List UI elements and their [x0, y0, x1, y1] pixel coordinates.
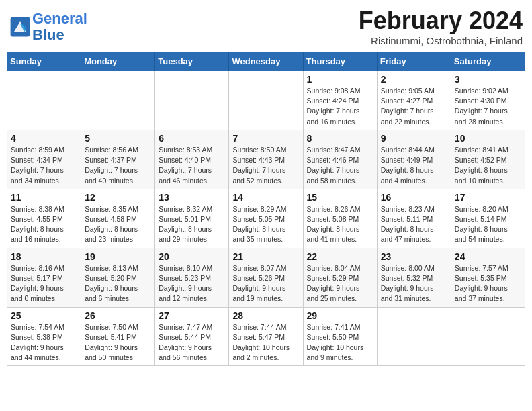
day-info: Sunrise: 8:16 AM Sunset: 5:17 PM Dayligh…	[11, 263, 77, 304]
logo-line1: General	[32, 10, 87, 27]
day-number: 3	[455, 74, 521, 85]
day-number: 21	[232, 251, 299, 262]
day-info: Sunrise: 7:44 AM Sunset: 5:47 PM Dayligh…	[232, 322, 299, 363]
day-number: 13	[159, 192, 225, 203]
day-info: Sunrise: 9:05 AM Sunset: 4:27 PM Dayligh…	[381, 86, 447, 127]
location-subtitle: Ristinummi, Ostrobothnia, Finland	[359, 35, 523, 46]
day-of-week-thursday: Thursday	[303, 52, 377, 71]
day-info: Sunrise: 8:41 AM Sunset: 4:52 PM Dayligh…	[455, 145, 521, 186]
header: General Blue February 2024 Ristinummi, O…	[7, 7, 525, 46]
day-number: 18	[11, 251, 77, 262]
day-number: 1	[307, 74, 373, 85]
day-info: Sunrise: 9:02 AM Sunset: 4:30 PM Dayligh…	[455, 86, 521, 127]
calendar-cell: 12Sunrise: 8:35 AM Sunset: 4:58 PM Dayli…	[81, 189, 155, 248]
calendar-week-5: 25Sunrise: 7:54 AM Sunset: 5:38 PM Dayli…	[7, 307, 525, 366]
calendar-cell: 6Sunrise: 8:53 AM Sunset: 4:40 PM Daylig…	[155, 130, 229, 189]
day-info: Sunrise: 8:47 AM Sunset: 4:46 PM Dayligh…	[307, 145, 373, 186]
calendar-cell: 14Sunrise: 8:29 AM Sunset: 5:05 PM Dayli…	[229, 189, 303, 248]
day-info: Sunrise: 8:50 AM Sunset: 4:43 PM Dayligh…	[232, 145, 299, 186]
day-number: 6	[159, 133, 225, 144]
logo: General Blue	[9, 11, 87, 43]
day-number: 12	[85, 192, 151, 203]
calendar-cell: 2Sunrise: 9:05 AM Sunset: 4:27 PM Daylig…	[377, 71, 451, 130]
day-info: Sunrise: 9:08 AM Sunset: 4:24 PM Dayligh…	[307, 86, 373, 127]
calendar-cell: 8Sunrise: 8:47 AM Sunset: 4:46 PM Daylig…	[303, 130, 377, 189]
day-number: 2	[381, 74, 447, 85]
day-info: Sunrise: 7:57 AM Sunset: 5:35 PM Dayligh…	[455, 263, 521, 304]
calendar-cell: 21Sunrise: 8:07 AM Sunset: 5:26 PM Dayli…	[229, 248, 303, 307]
day-number: 4	[11, 133, 77, 144]
day-number: 19	[85, 251, 151, 262]
day-info: Sunrise: 8:23 AM Sunset: 5:11 PM Dayligh…	[381, 204, 447, 245]
day-number: 11	[11, 192, 77, 203]
day-info: Sunrise: 8:44 AM Sunset: 4:49 PM Dayligh…	[381, 145, 447, 186]
month-title: February 2024	[359, 7, 523, 35]
day-info: Sunrise: 8:38 AM Sunset: 4:55 PM Dayligh…	[11, 204, 77, 245]
day-info: Sunrise: 8:59 AM Sunset: 4:34 PM Dayligh…	[11, 145, 77, 186]
day-info: Sunrise: 7:54 AM Sunset: 5:38 PM Dayligh…	[11, 322, 77, 363]
day-number: 20	[159, 251, 225, 262]
calendar-cell: 26Sunrise: 7:50 AM Sunset: 5:41 PM Dayli…	[81, 307, 155, 366]
day-of-week-monday: Monday	[81, 52, 155, 71]
calendar-cell: 9Sunrise: 8:44 AM Sunset: 4:49 PM Daylig…	[377, 130, 451, 189]
day-info: Sunrise: 8:13 AM Sunset: 5:20 PM Dayligh…	[85, 263, 151, 304]
calendar-cell: 18Sunrise: 8:16 AM Sunset: 5:17 PM Dayli…	[7, 248, 81, 307]
day-info: Sunrise: 8:26 AM Sunset: 5:08 PM Dayligh…	[307, 204, 373, 245]
day-info: Sunrise: 8:53 AM Sunset: 4:40 PM Dayligh…	[159, 145, 225, 186]
day-info: Sunrise: 8:32 AM Sunset: 5:01 PM Dayligh…	[159, 204, 225, 245]
day-info: Sunrise: 8:20 AM Sunset: 5:14 PM Dayligh…	[455, 204, 521, 245]
calendar-week-2: 4Sunrise: 8:59 AM Sunset: 4:34 PM Daylig…	[7, 130, 525, 189]
day-number: 25	[11, 310, 77, 321]
day-number: 17	[455, 192, 521, 203]
calendar-cell: 22Sunrise: 8:04 AM Sunset: 5:29 PM Dayli…	[303, 248, 377, 307]
calendar-header-row: SundayMondayTuesdayWednesdayThursdayFrid…	[7, 52, 525, 71]
logo-line2: Blue	[32, 26, 64, 43]
day-number: 5	[85, 133, 151, 144]
calendar-cell: 16Sunrise: 8:23 AM Sunset: 5:11 PM Dayli…	[377, 189, 451, 248]
day-number: 7	[232, 133, 299, 144]
day-number: 16	[381, 192, 447, 203]
calendar-cell: 3Sunrise: 9:02 AM Sunset: 4:30 PM Daylig…	[451, 71, 525, 130]
calendar-cell: 7Sunrise: 8:50 AM Sunset: 4:43 PM Daylig…	[229, 130, 303, 189]
calendar-cell: 19Sunrise: 8:13 AM Sunset: 5:20 PM Dayli…	[81, 248, 155, 307]
day-info: Sunrise: 7:41 AM Sunset: 5:50 PM Dayligh…	[307, 322, 373, 363]
day-info: Sunrise: 8:29 AM Sunset: 5:05 PM Dayligh…	[232, 204, 299, 245]
day-number: 10	[455, 133, 521, 144]
day-info: Sunrise: 8:10 AM Sunset: 5:23 PM Dayligh…	[159, 263, 225, 304]
calendar-cell: 15Sunrise: 8:26 AM Sunset: 5:08 PM Dayli…	[303, 189, 377, 248]
calendar-cell: 25Sunrise: 7:54 AM Sunset: 5:38 PM Dayli…	[7, 307, 81, 366]
day-number: 22	[307, 251, 373, 262]
calendar-week-4: 18Sunrise: 8:16 AM Sunset: 5:17 PM Dayli…	[7, 248, 525, 307]
calendar-cell	[377, 307, 451, 366]
day-of-week-sunday: Sunday	[7, 52, 81, 71]
logo-text: General Blue	[32, 11, 87, 43]
calendar-cell	[7, 71, 81, 130]
calendar-cell: 11Sunrise: 8:38 AM Sunset: 4:55 PM Dayli…	[7, 189, 81, 248]
day-number: 15	[307, 192, 373, 203]
day-info: Sunrise: 8:00 AM Sunset: 5:32 PM Dayligh…	[381, 263, 447, 304]
day-info: Sunrise: 8:04 AM Sunset: 5:29 PM Dayligh…	[307, 263, 373, 304]
day-number: 28	[232, 310, 299, 321]
calendar-week-3: 11Sunrise: 8:38 AM Sunset: 4:55 PM Dayli…	[7, 189, 525, 248]
title-area: February 2024 Ristinummi, Ostrobothnia, …	[359, 7, 523, 46]
day-number: 14	[232, 192, 299, 203]
calendar-cell: 4Sunrise: 8:59 AM Sunset: 4:34 PM Daylig…	[7, 130, 81, 189]
calendar-cell	[81, 71, 155, 130]
calendar-cell	[155, 71, 229, 130]
day-of-week-friday: Friday	[377, 52, 451, 71]
calendar-week-1: 1Sunrise: 9:08 AM Sunset: 4:24 PM Daylig…	[7, 71, 525, 130]
day-number: 29	[307, 310, 373, 321]
calendar-cell: 23Sunrise: 8:00 AM Sunset: 5:32 PM Dayli…	[377, 248, 451, 307]
calendar-cell: 28Sunrise: 7:44 AM Sunset: 5:47 PM Dayli…	[229, 307, 303, 366]
calendar-cell: 20Sunrise: 8:10 AM Sunset: 5:23 PM Dayli…	[155, 248, 229, 307]
calendar-cell: 29Sunrise: 7:41 AM Sunset: 5:50 PM Dayli…	[303, 307, 377, 366]
calendar-cell: 24Sunrise: 7:57 AM Sunset: 5:35 PM Dayli…	[451, 248, 525, 307]
calendar-cell	[229, 71, 303, 130]
day-info: Sunrise: 8:56 AM Sunset: 4:37 PM Dayligh…	[85, 145, 151, 186]
day-of-week-wednesday: Wednesday	[229, 52, 303, 71]
calendar-cell: 5Sunrise: 8:56 AM Sunset: 4:37 PM Daylig…	[81, 130, 155, 189]
calendar-cell: 13Sunrise: 8:32 AM Sunset: 5:01 PM Dayli…	[155, 189, 229, 248]
day-number: 23	[381, 251, 447, 262]
calendar-cell: 17Sunrise: 8:20 AM Sunset: 5:14 PM Dayli…	[451, 189, 525, 248]
day-number: 27	[159, 310, 225, 321]
